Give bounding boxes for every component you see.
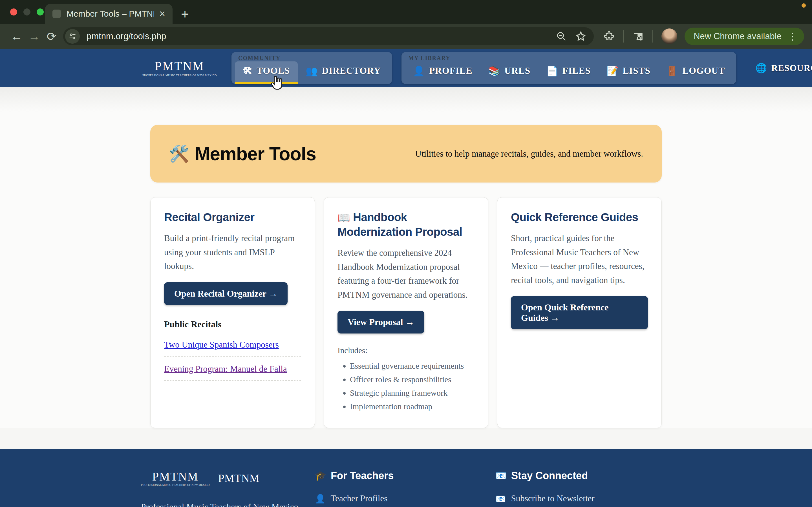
page-footer: PMTNM PROFESSIONAL MUSIC TEACHERS OF NEW… xyxy=(0,449,812,507)
subscribe-newsletter-link[interactable]: 📧 Subscribe to Newsletter xyxy=(495,494,671,504)
list-item: Evening Program: Manuel de Falla xyxy=(164,356,301,381)
nav-item-directory[interactable]: 👥 DIRECTORY xyxy=(298,61,389,84)
footer-description: Professional Music Teachers of New Mexic… xyxy=(141,499,310,507)
profile-avatar[interactable] xyxy=(661,29,677,44)
card-handbook-proposal: 📖 Handbook Modernization Proposal Review… xyxy=(324,197,488,428)
forward-button[interactable]: → xyxy=(26,30,43,43)
footer-brand-column: PMTNM PROFESSIONAL MUSIC TEACHERS OF NEW… xyxy=(141,470,315,507)
nav-item-urls-label: URLS xyxy=(504,66,530,76)
back-button[interactable]: ← xyxy=(8,30,26,43)
nav-item-tools[interactable]: 🛠 TOOLS xyxy=(235,61,298,84)
tab-favicon xyxy=(52,10,61,18)
footer-for-teachers-column: 🎓 For Teachers 👤 Teacher Profiles 🌎 Brow… xyxy=(315,470,495,507)
extensions-icon[interactable] xyxy=(603,31,615,42)
nav-item-resources[interactable]: 🌐 RESOURCES xyxy=(755,62,812,73)
list-item: 👤 Teacher Profiles xyxy=(315,494,495,504)
site-logo-wordmark: PMTNM xyxy=(142,59,217,73)
mouse-cursor-pointer xyxy=(269,75,285,91)
card-description: Short, practical guides for the Professi… xyxy=(511,231,648,287)
site-settings-icon[interactable] xyxy=(65,29,80,44)
card-description: Review the comprehensive 2024 Handbook M… xyxy=(338,246,474,302)
bookmark-star-icon[interactable] xyxy=(575,31,587,42)
toolbar-divider xyxy=(652,30,653,43)
nav-group-my-library: MY LIBRARY 👤 PROFILE 📚 URLS 📄 FILES 📝 LI… xyxy=(402,52,736,84)
globe-icon: 🌐 xyxy=(755,62,767,73)
nav-item-lists[interactable]: 📝 LISTS xyxy=(599,61,658,84)
site-navigation: PMTNM PROFESSIONAL MUSIC TEACHERS OF NEW… xyxy=(0,49,812,87)
nav-item-files[interactable]: 📄 FILES xyxy=(538,61,599,84)
list-item: Officer roles & responsibilities xyxy=(350,375,474,384)
open-recital-organizer-button[interactable]: Open Recital Organizer → xyxy=(164,282,288,305)
browser-chrome: Member Tools – PMTNM × + ← → ⟳ pmtnm.org… xyxy=(0,0,812,49)
public-recitals-heading: Public Recitals xyxy=(164,319,301,330)
window-controls xyxy=(10,8,44,15)
nav-item-directory-label: DIRECTORY xyxy=(322,66,381,76)
browser-menu-icon[interactable]: ⋮ xyxy=(788,31,797,42)
bust-icon: 👤 xyxy=(315,494,325,504)
memo-icon: 📝 xyxy=(606,65,619,76)
open-book-icon: 📖 xyxy=(338,212,350,223)
maximize-window-button[interactable] xyxy=(37,8,44,15)
list-item: Implementation roadmap xyxy=(350,402,474,411)
page-icon: 📄 xyxy=(546,65,558,76)
nav-item-urls[interactable]: 📚 URLS xyxy=(480,61,538,84)
public-recitals-list: Two Unique Spanish Composers Evening Pro… xyxy=(164,332,301,381)
graduation-cap-icon: 🎓 xyxy=(315,470,326,481)
books-icon: 📚 xyxy=(488,65,500,76)
for-teachers-heading: 🎓 For Teachers xyxy=(315,470,495,482)
minimize-window-button[interactable] xyxy=(23,8,31,15)
list-item: Two Unique Spanish Composers xyxy=(164,332,301,356)
card-title: Quick Reference Guides xyxy=(511,210,648,224)
page-subtitle: Utilities to help manage recitals, guide… xyxy=(415,149,643,159)
stay-connected-heading: 📧 Stay Connected xyxy=(495,470,671,482)
url-text: pmtnm.org/tools.php xyxy=(87,31,548,41)
new-tab-button[interactable]: + xyxy=(181,7,189,21)
nav-item-profile-label: PROFILE xyxy=(429,66,472,76)
close-window-button[interactable] xyxy=(10,8,17,15)
page-banner: 🛠️ Member Tools Utilities to help manage… xyxy=(150,125,662,182)
page-title: 🛠️ Member Tools xyxy=(169,143,316,165)
nav-item-logout[interactable]: 🚪 LOGOUT xyxy=(658,61,733,84)
nav-item-tools-label: TOOLS xyxy=(257,66,290,76)
nav-item-logout-label: LOGOUT xyxy=(682,66,725,76)
list-item: Essential governance requirements xyxy=(350,361,474,371)
nav-item-profile[interactable]: 👤 PROFILE xyxy=(405,61,480,84)
card-description: Build a print-friendly recital program u… xyxy=(164,231,301,273)
search-tabs-icon[interactable] xyxy=(632,31,644,42)
hammer-wrench-icon: 🛠️ xyxy=(169,144,189,163)
tab-title: Member Tools – PMTNM xyxy=(66,9,154,18)
stay-connected-list: 📧 Subscribe to Newsletter 🚫 Unsubscribe … xyxy=(495,494,671,507)
list-item: 📧 Subscribe to Newsletter xyxy=(495,494,671,504)
chrome-update-label: New Chrome available xyxy=(694,31,781,41)
recital-link[interactable]: Evening Program: Manuel de Falla xyxy=(164,364,287,374)
address-bar[interactable]: pmtnm.org/tools.php xyxy=(63,27,594,45)
card-title: 📖 Handbook Modernization Proposal xyxy=(338,210,474,239)
tab-close-icon[interactable]: × xyxy=(159,9,165,19)
tools-icon: 🛠 xyxy=(243,66,253,76)
open-quick-reference-guides-button[interactable]: Open Quick Reference Guides → xyxy=(511,296,648,329)
teacher-profiles-link[interactable]: 👤 Teacher Profiles xyxy=(315,494,495,504)
toolbar-divider xyxy=(623,30,624,43)
nav-item-resources-label: RESOURCES xyxy=(771,63,812,73)
main-content: 🛠️ Member Tools Utilities to help manage… xyxy=(0,87,812,428)
footer-logo: PMTNM PROFESSIONAL MUSIC TEACHERS OF NEW… xyxy=(141,470,209,487)
site-logo-caption: PROFESSIONAL MUSIC TEACHERS OF NEW MEXIC… xyxy=(142,74,217,77)
browser-tab[interactable]: Member Tools – PMTNM × xyxy=(45,4,172,24)
recital-link[interactable]: Two Unique Spanish Composers xyxy=(164,340,279,349)
email-icon: 📧 xyxy=(495,494,506,504)
recording-indicator-dot xyxy=(802,3,806,8)
view-proposal-button[interactable]: View Proposal → xyxy=(338,311,424,334)
chrome-update-button[interactable]: New Chrome available ⋮ xyxy=(684,27,804,45)
nav-item-lists-label: LISTS xyxy=(622,66,651,76)
footer-site-name: PMTNM xyxy=(218,471,259,485)
reload-button[interactable]: ⟳ xyxy=(43,30,60,43)
nav-group-community: COMMUNITY 🛠 TOOLS 👥 DIRECTORY xyxy=(232,52,392,84)
card-title: Recital Organizer xyxy=(164,210,301,224)
nav-group-community-label: COMMUNITY xyxy=(238,55,389,61)
zoom-out-icon[interactable] xyxy=(556,31,567,42)
browser-toolbar: ← → ⟳ pmtnm.org/tools.php xyxy=(0,24,812,49)
includes-label: Includes: xyxy=(338,346,474,355)
site-logo[interactable]: PMTNM PROFESSIONAL MUSIC TEACHERS OF NEW… xyxy=(142,59,217,77)
footer-stay-connected-column: 📧 Stay Connected 📧 Subscribe to Newslett… xyxy=(495,470,671,507)
card-recital-organizer: Recital Organizer Build a print-friendly… xyxy=(150,197,315,428)
